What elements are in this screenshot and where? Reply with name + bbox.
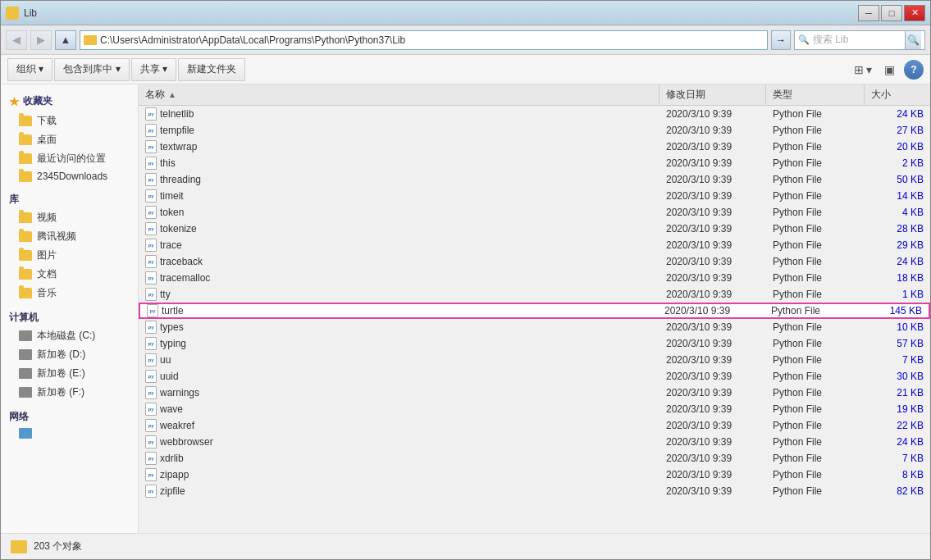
library-section: 库 视频 腾讯视频 图片 文档 <box>1 188 138 303</box>
sidebar-item-pictures[interactable]: 图片 <box>1 246 138 265</box>
file-name-cell: xdrlib <box>139 450 659 466</box>
minimize-button[interactable]: ─ <box>858 5 879 21</box>
window: Lib ─ □ ✕ ◀ ▶ ▲ C:\Users\Administrator\A… <box>0 0 931 560</box>
file-modified-cell: 2020/3/10 9:39 <box>659 106 766 121</box>
table-row[interactable]: threading2020/3/10 9:39Python File50 KB <box>139 171 930 188</box>
file-modified-cell: 2020/3/10 9:39 <box>658 304 764 317</box>
file-name-cell: threading <box>139 171 659 187</box>
forward-button[interactable]: ▶ <box>30 30 52 50</box>
sidebar-item-label: 最近访问的位置 <box>37 152 106 166</box>
sidebar-item-2345downloads[interactable]: 2345Downloads <box>1 168 138 184</box>
table-row[interactable]: trace2020/3/10 9:39Python File29 KB <box>139 237 930 253</box>
table-row[interactable]: telnetlib2020/3/10 9:39Python File24 KB <box>139 106 930 122</box>
file-type-cell: Python File <box>766 188 865 203</box>
sidebar-item-drive-f[interactable]: 新加卷 (F:) <box>1 383 138 402</box>
sidebar-item-music[interactable]: 音乐 <box>1 284 138 303</box>
table-row[interactable]: uuid2020/3/10 9:39Python File30 KB <box>139 368 930 385</box>
col-header-size[interactable]: 大小 <box>865 84 930 105</box>
window-title: Lib <box>24 7 858 19</box>
table-row[interactable]: zipapp2020/3/10 9:39Python File8 KB <box>139 467 930 483</box>
star-icon: ★ <box>9 95 20 108</box>
table-row[interactable]: xdrlib2020/3/10 9:39Python File7 KB <box>139 450 930 467</box>
sidebar-item-tencent-video[interactable]: 腾讯视频 <box>1 227 138 246</box>
file-modified-cell: 2020/3/10 9:39 <box>659 221 766 236</box>
include-button[interactable]: 包含到库中 ▾ <box>54 58 129 81</box>
file-size-cell: 10 KB <box>865 319 930 335</box>
file-size-cell: 24 KB <box>865 434 930 449</box>
file-modified-cell: 2020/3/10 9:39 <box>659 335 766 351</box>
table-row[interactable]: traceback2020/3/10 9:39Python File24 KB <box>139 253 930 270</box>
table-row[interactable]: weakref2020/3/10 9:39Python File22 KB <box>139 417 930 434</box>
sidebar-item-label: 视频 <box>37 211 57 225</box>
col-header-modified[interactable]: 修改日期 <box>659 84 766 105</box>
sidebar-item-drive-e[interactable]: 新加卷 (E:) <box>1 364 138 383</box>
preview-pane-button[interactable]: ▣ <box>878 58 901 81</box>
table-row[interactable]: token2020/3/10 9:39Python File4 KB <box>139 204 930 221</box>
python-file-icon <box>145 386 157 399</box>
file-name-cell: wave <box>139 401 659 417</box>
file-size-cell: 145 KB <box>863 304 929 317</box>
file-size-cell: 57 KB <box>865 335 930 351</box>
table-row[interactable]: warnings2020/3/10 9:39Python File21 KB <box>139 385 930 401</box>
sidebar-item-recent[interactable]: 最近访问的位置 <box>1 149 138 168</box>
file-list-body: telnetlib2020/3/10 9:39Python File24 KBt… <box>139 106 930 533</box>
back-button[interactable]: ◀ <box>6 30 27 50</box>
sidebar-item-documents[interactable]: 文档 <box>1 265 138 284</box>
folder-icon <box>19 134 32 145</box>
new-folder-button[interactable]: 新建文件夹 <box>178 58 245 81</box>
table-row[interactable]: timeit2020/3/10 9:39Python File14 KB <box>139 188 930 204</box>
table-row[interactable]: tokenize2020/3/10 9:39Python File28 KB <box>139 221 930 237</box>
search-button[interactable]: 🔍 <box>905 31 921 49</box>
python-file-icon <box>145 140 157 153</box>
search-wrap[interactable]: 🔍 搜索 Lib 🔍 <box>794 30 925 50</box>
address-go-button[interactable]: → <box>771 30 791 50</box>
table-row[interactable]: turtle2020/3/10 9:39Python File145 KB <box>139 303 930 319</box>
sidebar-item-label: 下载 <box>37 114 57 128</box>
maximize-button[interactable]: □ <box>881 5 902 21</box>
col-header-type[interactable]: 类型 <box>766 84 865 105</box>
file-size-cell: 22 KB <box>865 417 930 433</box>
sidebar-item-drive-c[interactable]: 本地磁盘 (C:) <box>1 326 138 345</box>
sidebar-item-video[interactable]: 视频 <box>1 208 138 227</box>
col-header-name[interactable]: 名称 ▲ <box>139 84 659 105</box>
favorites-section: ★ 收藏夹 下载 桌面 最近访问的位置 2345Downloads <box>1 91 138 184</box>
help-button[interactable]: ? <box>904 60 924 80</box>
table-row[interactable]: webbrowser2020/3/10 9:39Python File24 KB <box>139 434 930 450</box>
table-row[interactable]: tracemalloc2020/3/10 9:39Python File18 K… <box>139 270 930 286</box>
network-header: 网络 <box>1 405 138 426</box>
file-name-cell: tracemalloc <box>139 270 659 285</box>
close-button[interactable]: ✕ <box>904 5 925 21</box>
toolbar-right: ⊞ ▾ ▣ ? <box>851 58 924 81</box>
file-name-cell: tempfile <box>139 122 659 138</box>
sidebar-item-downloads[interactable]: 下载 <box>1 112 138 130</box>
table-row[interactable]: this2020/3/10 9:39Python File2 KB <box>139 155 930 171</box>
table-row[interactable]: textwrap2020/3/10 9:39Python File20 KB <box>139 139 930 155</box>
table-row[interactable]: uu2020/3/10 9:39Python File7 KB <box>139 352 930 368</box>
file-type-cell: Python File <box>766 335 865 351</box>
folder-icon <box>19 231 32 242</box>
title-bar-buttons: ─ □ ✕ <box>858 5 925 21</box>
organize-button[interactable]: 组织 ▾ <box>7 58 52 81</box>
up-button[interactable]: ▲ <box>55 30 76 50</box>
address-input-wrap[interactable]: C:\Users\Administrator\AppData\Local\Pro… <box>80 30 768 50</box>
view-options-button[interactable]: ⊞ ▾ <box>851 58 874 81</box>
sidebar-item-drive-d[interactable]: 新加卷 (D:) <box>1 345 138 364</box>
sidebar-item-network[interactable] <box>1 426 138 441</box>
share-button[interactable]: 共享 ▾ <box>131 58 176 81</box>
file-type-cell: Python File <box>766 352 865 367</box>
drive-icon <box>19 349 32 360</box>
sidebar-item-label: 2345Downloads <box>37 171 107 182</box>
python-file-icon <box>145 239 157 252</box>
table-row[interactable]: zipfile2020/3/10 9:39Python File82 KB <box>139 483 930 499</box>
table-row[interactable]: tempfile2020/3/10 9:39Python File27 KB <box>139 122 930 139</box>
table-row[interactable]: tty2020/3/10 9:39Python File1 KB <box>139 286 930 303</box>
file-type-cell: Python File <box>766 483 865 499</box>
network-icon <box>19 428 32 439</box>
file-modified-cell: 2020/3/10 9:39 <box>659 139 766 154</box>
table-row[interactable]: typing2020/3/10 9:39Python File57 KB <box>139 335 930 352</box>
network-section: 网络 <box>1 405 138 441</box>
sidebar-item-desktop[interactable]: 桌面 <box>1 130 138 149</box>
table-row[interactable]: wave2020/3/10 9:39Python File19 KB <box>139 401 930 417</box>
table-row[interactable]: types2020/3/10 9:39Python File10 KB <box>139 319 930 335</box>
python-file-icon <box>145 157 157 170</box>
